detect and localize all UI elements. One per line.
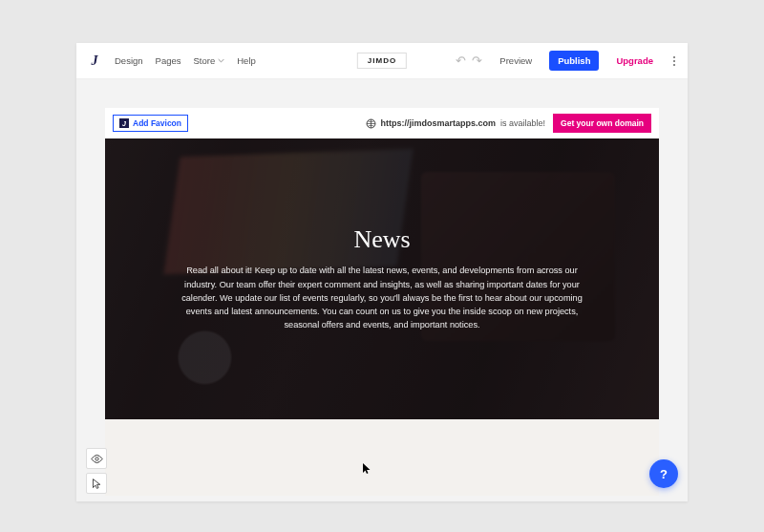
nav-help[interactable]: Help [237, 55, 256, 66]
chevron-down-icon [218, 57, 224, 64]
redo-icon[interactable]: ↷ [472, 53, 482, 68]
get-domain-button[interactable]: Get your own domain [553, 114, 651, 133]
hero-next-section[interactable] [105, 419, 659, 496]
domain-availability-text: is available! [500, 118, 545, 128]
brand-badge: JIMDO [357, 53, 407, 69]
undo-redo-group: ↶ ↷ [456, 53, 482, 68]
canvas-area: J Add Favicon https://jimdosmartapps.com… [76, 79, 688, 501]
domain-availability: https://jimdosmartapps.com is available! [366, 118, 546, 129]
hero-body-text[interactable]: Read all about it! Keep up to date with … [172, 264, 592, 331]
globe-icon [366, 118, 376, 129]
nav-store[interactable]: Store [194, 55, 225, 66]
mouse-cursor-icon [363, 463, 371, 475]
add-favicon-button[interactable]: J Add Favicon [113, 115, 188, 132]
upgrade-button[interactable]: Upgrade [607, 51, 662, 71]
nav-store-label: Store [194, 55, 216, 66]
eye-icon [91, 453, 103, 465]
nav-pages[interactable]: Pages [156, 55, 181, 66]
nav-design[interactable]: Design [115, 55, 143, 66]
add-favicon-label: Add Favicon [133, 118, 181, 128]
topbar-right: ↶ ↷ Preview Publish Upgrade [456, 51, 678, 71]
main-nav: Design Pages Store Help [115, 55, 256, 66]
visibility-toggle-button[interactable] [86, 448, 107, 469]
jimdo-logo-icon[interactable]: J [86, 53, 103, 70]
publish-button[interactable]: Publish [549, 51, 599, 71]
favicon-placeholder-icon: J [119, 118, 129, 128]
more-menu-icon[interactable] [670, 53, 678, 69]
hero-title[interactable]: News [353, 225, 410, 254]
cursor-icon [91, 478, 103, 490]
help-fab-button[interactable]: ? [649, 459, 678, 488]
svg-point-1 [95, 457, 97, 459]
editor-window: J Design Pages Store Help JIMDO ↶ ↷ Prev… [76, 43, 688, 501]
undo-icon[interactable]: ↶ [456, 53, 466, 68]
topbar: J Design Pages Store Help JIMDO ↶ ↷ Prev… [76, 43, 688, 79]
hero-section[interactable]: News Read all about it! Keep up to date … [105, 138, 659, 419]
side-tools [86, 448, 107, 494]
cursor-tool-button[interactable] [86, 473, 107, 494]
domain-url: https://jimdosmartapps.com [381, 118, 497, 128]
notice-bar: J Add Favicon https://jimdosmartapps.com… [105, 108, 659, 138]
preview-button[interactable]: Preview [491, 51, 541, 71]
